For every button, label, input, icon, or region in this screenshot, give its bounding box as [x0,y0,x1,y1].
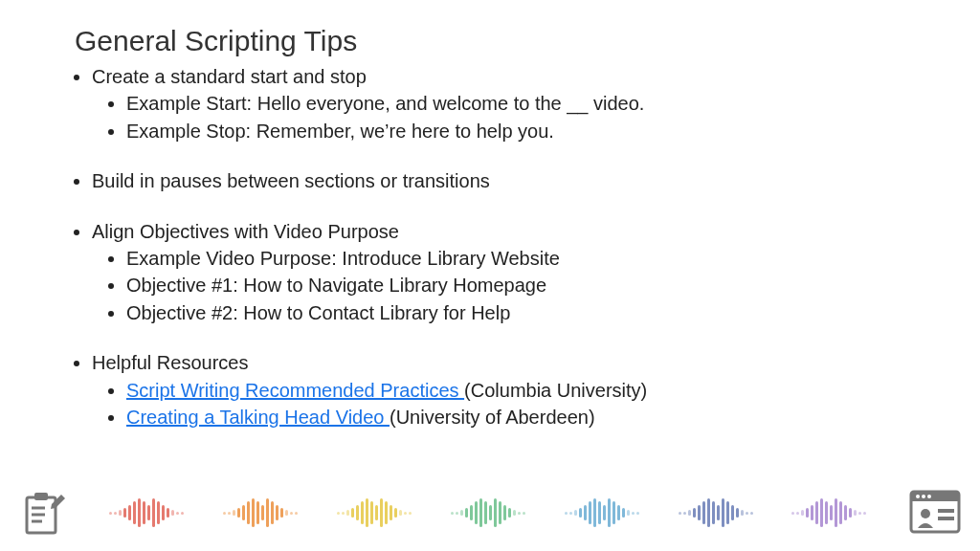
spacer [92,195,905,218]
resource-source: (University of Aberdeen) [390,407,595,428]
sub-list: Script Writing Recommended Practices (Co… [92,377,905,431]
spacer [92,144,905,167]
resource-link-script-writing[interactable]: Script Writing Recommended Practices [126,380,464,401]
svg-point-8 [922,495,925,498]
sub-bullet: Script Writing Recommended Practices (Co… [126,377,905,404]
waveform-icon [791,498,866,527]
resource-source: (Columbia University) [464,380,647,401]
svg-point-7 [916,495,920,498]
sub-bullet: Creating a Talking Head Video (Universit… [126,404,905,430]
bullet-list: Create a standard start and stop Example… [75,63,905,430]
svg-rect-12 [938,517,954,520]
footer-icon-row [19,488,961,538]
sub-bullet: Example Start: Hello everyone, and welco… [126,90,905,117]
waveform-icon [565,498,639,527]
waveform-row [67,498,909,527]
waveform-icon [109,498,184,527]
sub-list: Example Start: Hello everyone, and welco… [92,90,905,144]
presentation-screen-icon [909,490,961,536]
clipboard-icon [19,489,67,537]
waveform-icon [679,498,753,527]
sub-bullet: Example Video Purpose: Introduce Library… [126,245,905,272]
resource-link-talking-head[interactable]: Creating a Talking Head Video [126,407,390,428]
svg-rect-1 [34,493,48,500]
sub-list: Example Video Purpose: Introduce Library… [92,245,905,326]
sub-bullet: Objective #2: How to Contact Library for… [126,299,905,326]
spacer [92,326,905,349]
waveform-icon [223,498,298,527]
sub-bullet: Objective #1: How to Navigate Library Ho… [126,272,905,298]
slide-body: General Scripting Tips Create a standard… [0,0,980,430]
sub-bullet: Example Stop: Remember, we’re here to he… [126,118,905,144]
svg-rect-11 [938,509,954,513]
svg-point-10 [921,509,930,518]
bullet-item: Create a standard start and stop Example… [92,63,905,144]
bullet-item: Helpful Resources Script Writing Recomme… [92,349,905,430]
slide-title: General Scripting Tips [75,25,905,57]
bullet-text: Create a standard start and stop [92,66,367,87]
bullet-text: Helpful Resources [92,352,248,373]
waveform-icon [451,498,525,527]
bullet-item: Build in pauses between sections or tran… [92,167,905,194]
bullet-item: Align Objectives with Video Purpose Exam… [92,218,905,327]
svg-point-9 [927,495,931,498]
waveform-icon [337,498,412,527]
bullet-text: Align Objectives with Video Purpose [92,221,399,242]
